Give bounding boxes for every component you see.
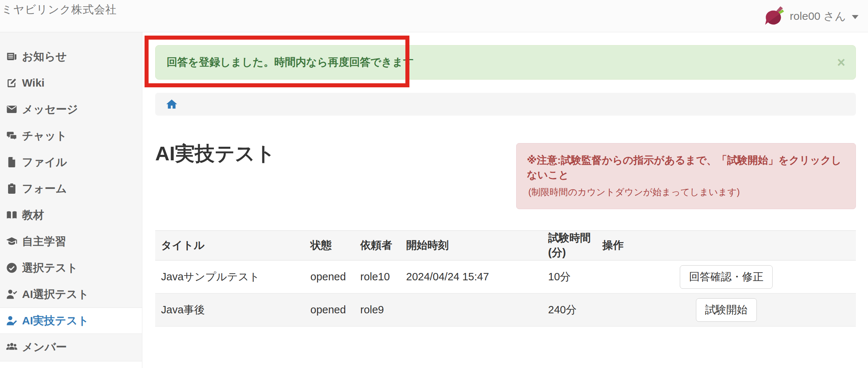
sidebar-item-chat[interactable]: チャット: [0, 123, 142, 149]
column-header-action: 操作: [597, 231, 856, 260]
sidebar-footer-spacer: [0, 361, 142, 368]
check-circle-icon: [6, 262, 18, 274]
sidebar-item-members[interactable]: メンバー: [0, 334, 142, 360]
chat-icon: [6, 130, 18, 142]
sidebar-item-label: フォーム: [22, 181, 67, 196]
warning-line1: ※注意:試験監督からの指示があるまで、「試験開始」をクリックしないこと: [527, 153, 845, 182]
user-menu[interactable]: role00 さん: [763, 4, 858, 28]
beet-avatar-icon: [763, 5, 784, 28]
breadcrumb: [155, 93, 856, 116]
sidebar-item-label: ファイル: [22, 155, 67, 170]
cell-start-time: [400, 294, 542, 327]
sidebar-item-label: メッセージ: [22, 102, 78, 117]
cell-duration: 10分: [542, 260, 597, 294]
sidebar-item-wiki[interactable]: Wiki: [0, 70, 142, 96]
sidebar-item-message[interactable]: メッセージ: [0, 96, 142, 123]
cell-title: Javaサンプルテスト: [155, 260, 304, 294]
sidebar-item-choice-test[interactable]: 選択テスト: [0, 255, 142, 281]
edit-icon: [6, 77, 18, 89]
cell-status: opened: [304, 260, 354, 294]
cell-requester: role10: [354, 260, 400, 294]
table-row: Javaサンプルテスト opened role10 2024/04/24 15:…: [155, 260, 856, 294]
sidebar-item-label: Wiki: [22, 77, 44, 89]
sidebar-item-ai-practical-test[interactable]: AI実技テスト: [0, 307, 142, 334]
cell-requester: role9: [354, 294, 400, 327]
warning-line2: (制限時間のカウントダウンが始まってしまいます): [527, 185, 845, 198]
envelope-icon: [6, 103, 18, 115]
company-brand[interactable]: ミヤビリンク株式会社: [1, 2, 117, 17]
sidebar-item-self-study[interactable]: 自主学習: [0, 228, 142, 255]
cell-title: Java事後: [155, 294, 304, 327]
sidebar-item-ai-choice-test[interactable]: AI選択テスト: [0, 281, 142, 307]
sidebar-item-label: 選択テスト: [22, 260, 78, 276]
newspaper-icon: [6, 51, 18, 62]
book-icon: [6, 209, 18, 221]
start-exam-button[interactable]: 試験開始: [696, 298, 757, 322]
column-header-status: 状態: [304, 231, 354, 260]
column-header-start-time: 開始時刻: [400, 231, 542, 260]
close-icon[interactable]: ×: [837, 55, 845, 69]
sidebar-item-label: AI選択テスト: [22, 287, 89, 302]
sidebar-item-label: 自主学習: [22, 234, 66, 249]
home-icon[interactable]: [165, 98, 178, 110]
cell-duration: 240分: [542, 294, 597, 327]
sidebar-item-label: メンバー: [22, 340, 67, 355]
success-alert-message: 回答を登録しました。時間内なら再度回答できます: [167, 55, 414, 70]
chevron-down-icon: [852, 15, 858, 19]
users-icon: [6, 341, 18, 353]
sidebar-item-label: お知らせ: [22, 49, 67, 64]
sidebar-item-news[interactable]: お知らせ: [0, 43, 142, 70]
success-alert: 回答を登録しました。時間内なら再度回答できます ×: [155, 45, 856, 80]
user-name: role00 さん: [790, 9, 846, 24]
sidebar-item-form[interactable]: フォーム: [0, 175, 142, 202]
cell-start-time: 2024/04/24 15:47: [400, 260, 542, 294]
sidebar: お知らせ Wiki メッセージ チャット: [0, 32, 142, 368]
column-header-requester: 依頼者: [354, 231, 400, 260]
column-header-duration: 試験時間(分): [542, 231, 597, 260]
column-header-title: タイトル: [155, 231, 304, 260]
sidebar-item-label: AI実技テスト: [22, 313, 89, 328]
table-header-row: タイトル 状態 依頼者 開始時刻 試験時間(分) 操作: [155, 231, 856, 260]
top-header: ミヤビリンク株式会社 role00 さん: [0, 0, 868, 32]
file-icon: [6, 156, 18, 168]
app-root: ミヤビリンク株式会社 role00 さん お知らせ: [0, 0, 868, 368]
cell-status: opened: [304, 294, 354, 327]
sidebar-item-label: チャット: [22, 128, 67, 143]
clipboard-icon: [6, 183, 18, 194]
sidebar-item-file[interactable]: ファイル: [0, 149, 142, 175]
answer-check-button[interactable]: 回答確認・修正: [680, 265, 773, 289]
graduation-cap-icon: [6, 236, 18, 247]
main-content: 回答を登録しました。時間内なら再度回答できます × AI実技テスト ※注意:試験…: [142, 32, 868, 368]
tests-table: タイトル 状態 依頼者 開始時刻 試験時間(分) 操作 Javaサンプルテスト …: [155, 230, 856, 327]
user-pen-icon: [6, 315, 18, 327]
sidebar-item-materials[interactable]: 教材: [0, 202, 142, 228]
table-row: Java事後 opened role9 240分 試験開始: [155, 294, 856, 327]
user-check-icon: [6, 288, 18, 300]
sidebar-item-label: 教材: [22, 208, 44, 223]
warning-box: ※注意:試験監督からの指示があるまで、「試験開始」をクリックしないこと (制限時…: [516, 143, 856, 209]
